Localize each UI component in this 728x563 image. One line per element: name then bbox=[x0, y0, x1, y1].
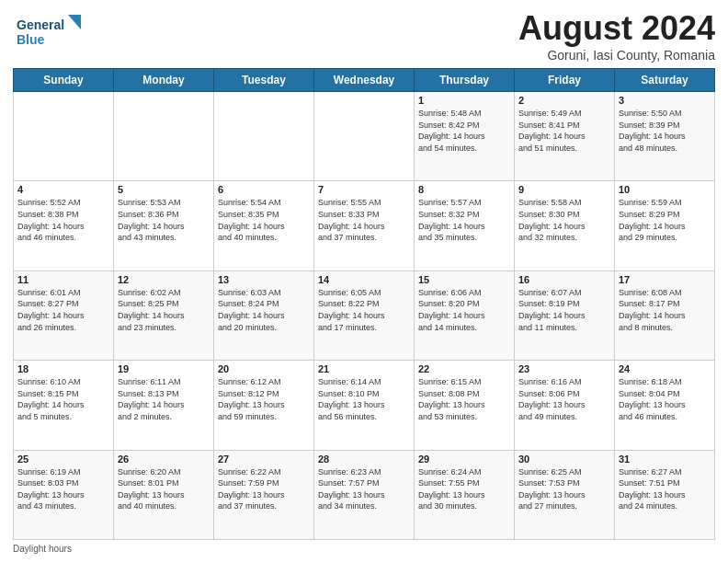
logo: General Blue bbox=[13, 9, 86, 57]
day-number: 23 bbox=[518, 363, 610, 374]
calendar-cell: 10Sunrise: 5:59 AM Sunset: 8:29 PM Dayli… bbox=[615, 181, 715, 270]
weekday-sunday: Sunday bbox=[14, 69, 114, 92]
day-number: 19 bbox=[118, 363, 210, 374]
location: Goruni, Iasi County, Romania bbox=[518, 48, 715, 63]
day-info: Sunrise: 6:01 AM Sunset: 8:27 PM Dayligh… bbox=[17, 287, 109, 333]
day-number: 10 bbox=[619, 184, 711, 195]
weekday-saturday: Saturday bbox=[615, 69, 715, 92]
day-info: Sunrise: 5:53 AM Sunset: 8:36 PM Dayligh… bbox=[118, 197, 210, 243]
day-info: Sunrise: 5:57 AM Sunset: 8:32 PM Dayligh… bbox=[418, 197, 510, 243]
day-info: Sunrise: 5:54 AM Sunset: 8:35 PM Dayligh… bbox=[218, 197, 310, 243]
calendar-cell: 13Sunrise: 6:03 AM Sunset: 8:24 PM Dayli… bbox=[214, 270, 314, 360]
day-info: Sunrise: 5:48 AM Sunset: 8:42 PM Dayligh… bbox=[418, 108, 510, 154]
day-number: 24 bbox=[619, 363, 711, 374]
calendar-table: SundayMondayTuesdayWednesdayThursdayFrid… bbox=[13, 68, 715, 540]
logo-svg: General Blue bbox=[13, 9, 86, 53]
calendar-cell: 26Sunrise: 6:20 AM Sunset: 8:01 PM Dayli… bbox=[114, 450, 214, 539]
day-info: Sunrise: 6:22 AM Sunset: 7:59 PM Dayligh… bbox=[218, 466, 310, 512]
calendar-cell bbox=[114, 92, 214, 181]
calendar-cell: 31Sunrise: 6:27 AM Sunset: 7:51 PM Dayli… bbox=[615, 450, 715, 539]
calendar-cell: 18Sunrise: 6:10 AM Sunset: 8:15 PM Dayli… bbox=[14, 361, 114, 450]
day-number: 12 bbox=[118, 274, 210, 285]
calendar-week-1: 1Sunrise: 5:48 AM Sunset: 8:42 PM Daylig… bbox=[14, 92, 715, 181]
page: General Blue August 2024 Goruni, Iasi Co… bbox=[0, 0, 728, 563]
calendar-cell: 12Sunrise: 6:02 AM Sunset: 8:25 PM Dayli… bbox=[114, 270, 214, 360]
day-info: Sunrise: 6:15 AM Sunset: 8:08 PM Dayligh… bbox=[418, 376, 510, 422]
calendar-cell: 9Sunrise: 5:58 AM Sunset: 8:30 PM Daylig… bbox=[515, 181, 615, 270]
day-info: Sunrise: 5:58 AM Sunset: 8:30 PM Dayligh… bbox=[518, 197, 610, 243]
day-number: 22 bbox=[418, 363, 510, 374]
svg-marker-0 bbox=[68, 15, 81, 29]
calendar-cell: 1Sunrise: 5:48 AM Sunset: 8:42 PM Daylig… bbox=[415, 92, 515, 181]
svg-text:Blue: Blue bbox=[17, 32, 45, 47]
day-info: Sunrise: 6:16 AM Sunset: 8:06 PM Dayligh… bbox=[518, 376, 610, 422]
weekday-friday: Friday bbox=[515, 69, 615, 92]
day-info: Sunrise: 6:08 AM Sunset: 8:17 PM Dayligh… bbox=[619, 287, 711, 333]
day-info: Sunrise: 5:55 AM Sunset: 8:33 PM Dayligh… bbox=[318, 197, 410, 243]
logo-text-area: General Blue bbox=[13, 9, 86, 57]
day-number: 26 bbox=[118, 454, 210, 465]
calendar-cell bbox=[214, 92, 314, 181]
weekday-wednesday: Wednesday bbox=[314, 69, 415, 92]
day-number: 25 bbox=[17, 454, 109, 465]
calendar-cell: 16Sunrise: 6:07 AM Sunset: 8:19 PM Dayli… bbox=[515, 270, 615, 360]
calendar-cell: 23Sunrise: 6:16 AM Sunset: 8:06 PM Dayli… bbox=[515, 361, 615, 450]
day-number: 29 bbox=[418, 454, 510, 465]
calendar-cell: 28Sunrise: 6:23 AM Sunset: 7:57 PM Dayli… bbox=[314, 450, 415, 539]
day-number: 4 bbox=[17, 184, 109, 195]
day-number: 15 bbox=[418, 274, 510, 285]
day-info: Sunrise: 6:24 AM Sunset: 7:55 PM Dayligh… bbox=[418, 466, 510, 512]
day-info: Sunrise: 6:20 AM Sunset: 8:01 PM Dayligh… bbox=[118, 466, 210, 512]
calendar-cell: 4Sunrise: 5:52 AM Sunset: 8:38 PM Daylig… bbox=[14, 181, 114, 270]
title-area: August 2024 Goruni, Iasi County, Romania bbox=[518, 9, 715, 63]
calendar-cell: 29Sunrise: 6:24 AM Sunset: 7:55 PM Dayli… bbox=[415, 450, 515, 539]
header: General Blue August 2024 Goruni, Iasi Co… bbox=[13, 9, 715, 63]
day-number: 30 bbox=[518, 454, 610, 465]
day-info: Sunrise: 6:05 AM Sunset: 8:22 PM Dayligh… bbox=[318, 287, 410, 333]
calendar-cell: 19Sunrise: 6:11 AM Sunset: 8:13 PM Dayli… bbox=[114, 361, 214, 450]
weekday-monday: Monday bbox=[114, 69, 214, 92]
weekday-thursday: Thursday bbox=[415, 69, 515, 92]
day-number: 18 bbox=[17, 363, 109, 374]
calendar-week-3: 11Sunrise: 6:01 AM Sunset: 8:27 PM Dayli… bbox=[14, 270, 715, 360]
calendar-week-2: 4Sunrise: 5:52 AM Sunset: 8:38 PM Daylig… bbox=[14, 181, 715, 270]
day-number: 28 bbox=[318, 454, 410, 465]
day-number: 27 bbox=[218, 454, 310, 465]
calendar-week-5: 25Sunrise: 6:19 AM Sunset: 8:03 PM Dayli… bbox=[14, 450, 715, 539]
day-number: 6 bbox=[218, 184, 310, 195]
calendar-cell: 27Sunrise: 6:22 AM Sunset: 7:59 PM Dayli… bbox=[214, 450, 314, 539]
day-info: Sunrise: 6:06 AM Sunset: 8:20 PM Dayligh… bbox=[418, 287, 510, 333]
calendar-cell: 21Sunrise: 6:14 AM Sunset: 8:10 PM Dayli… bbox=[314, 361, 415, 450]
svg-text:General: General bbox=[17, 17, 64, 32]
weekday-header-row: SundayMondayTuesdayWednesdayThursdayFrid… bbox=[14, 69, 715, 92]
calendar-cell: 6Sunrise: 5:54 AM Sunset: 8:35 PM Daylig… bbox=[214, 181, 314, 270]
day-number: 3 bbox=[619, 95, 711, 106]
calendar-cell: 22Sunrise: 6:15 AM Sunset: 8:08 PM Dayli… bbox=[415, 361, 515, 450]
day-number: 16 bbox=[518, 274, 610, 285]
day-info: Sunrise: 6:12 AM Sunset: 8:12 PM Dayligh… bbox=[218, 376, 310, 422]
day-number: 2 bbox=[518, 95, 610, 106]
calendar-cell: 8Sunrise: 5:57 AM Sunset: 8:32 PM Daylig… bbox=[415, 181, 515, 270]
day-info: Sunrise: 6:07 AM Sunset: 8:19 PM Dayligh… bbox=[518, 287, 610, 333]
day-number: 21 bbox=[318, 363, 410, 374]
day-info: Sunrise: 5:59 AM Sunset: 8:29 PM Dayligh… bbox=[619, 197, 711, 243]
calendar-cell: 5Sunrise: 5:53 AM Sunset: 8:36 PM Daylig… bbox=[114, 181, 214, 270]
day-number: 8 bbox=[418, 184, 510, 195]
day-info: Sunrise: 6:03 AM Sunset: 8:24 PM Dayligh… bbox=[218, 287, 310, 333]
day-number: 13 bbox=[218, 274, 310, 285]
day-info: Sunrise: 5:49 AM Sunset: 8:41 PM Dayligh… bbox=[518, 108, 610, 154]
calendar-cell bbox=[14, 92, 114, 181]
day-info: Sunrise: 6:10 AM Sunset: 8:15 PM Dayligh… bbox=[17, 376, 109, 422]
day-number: 20 bbox=[218, 363, 310, 374]
calendar-cell: 24Sunrise: 6:18 AM Sunset: 8:04 PM Dayli… bbox=[615, 361, 715, 450]
day-info: Sunrise: 6:27 AM Sunset: 7:51 PM Dayligh… bbox=[619, 466, 711, 512]
day-number: 9 bbox=[518, 184, 610, 195]
calendar-cell: 2Sunrise: 5:49 AM Sunset: 8:41 PM Daylig… bbox=[515, 92, 615, 181]
month-title: August 2024 bbox=[518, 9, 715, 48]
calendar-cell bbox=[314, 92, 415, 181]
footer-note: Daylight hours bbox=[13, 544, 715, 554]
day-info: Sunrise: 6:18 AM Sunset: 8:04 PM Dayligh… bbox=[619, 376, 711, 422]
calendar-cell: 7Sunrise: 5:55 AM Sunset: 8:33 PM Daylig… bbox=[314, 181, 415, 270]
day-info: Sunrise: 6:02 AM Sunset: 8:25 PM Dayligh… bbox=[118, 287, 210, 333]
day-info: Sunrise: 6:14 AM Sunset: 8:10 PM Dayligh… bbox=[318, 376, 410, 422]
